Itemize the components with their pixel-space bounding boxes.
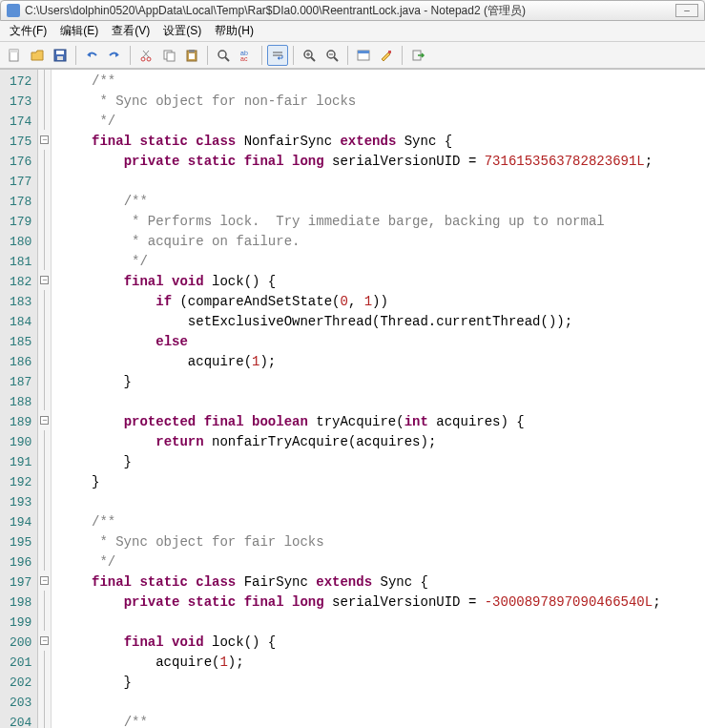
fold-guide <box>38 190 51 210</box>
minimize-button[interactable]: – <box>675 4 698 17</box>
line-number: 173 <box>10 92 31 112</box>
svg-point-5 <box>141 57 145 61</box>
menu-file[interactable]: 文件(F) <box>4 21 52 41</box>
code-line[interactable]: /** <box>59 192 705 212</box>
fold-toggle[interactable]: − <box>38 130 51 150</box>
code-line[interactable]: final static class FairSync extends Sync… <box>59 572 705 593</box>
fold-toggle[interactable]: − <box>38 270 51 290</box>
code-line[interactable]: else <box>59 332 705 352</box>
menu-view[interactable]: 查看(V) <box>106 21 156 41</box>
line-number: 186 <box>10 352 31 372</box>
exit-button[interactable] <box>407 45 428 66</box>
paste-button[interactable] <box>181 45 202 66</box>
fold-guide <box>38 611 51 631</box>
code-line[interactable] <box>59 172 705 192</box>
svg-line-23 <box>334 57 338 61</box>
line-number: 200 <box>10 633 31 653</box>
code-line[interactable]: */ <box>59 552 705 572</box>
zoom-in-button[interactable] <box>299 45 320 66</box>
scheme-button[interactable] <box>353 45 374 66</box>
code-line[interactable] <box>59 613 705 633</box>
fold-guide <box>38 470 51 490</box>
fold-guide <box>38 390 51 410</box>
svg-rect-27 <box>388 51 391 53</box>
line-number: 204 <box>10 713 31 728</box>
svg-rect-10 <box>189 50 195 52</box>
line-number: 172 <box>10 72 31 92</box>
fold-guide <box>38 290 51 310</box>
code-line[interactable]: protected final boolean tryAcquire(int a… <box>59 412 705 432</box>
zoom-out-button[interactable] <box>321 45 342 66</box>
svg-rect-4 <box>57 56 63 60</box>
line-number: 175 <box>10 132 31 152</box>
fold-guide <box>38 430 51 450</box>
menu-settings[interactable]: 设置(S) <box>157 21 207 41</box>
code-line[interactable]: if (compareAndSetState(0, 1)) <box>59 292 705 312</box>
redo-button[interactable] <box>104 45 125 66</box>
fold-gutter[interactable]: −−−−− <box>38 70 52 728</box>
line-number: 191 <box>10 452 31 472</box>
code-line[interactable]: final static class NonfairSync extends S… <box>59 132 705 152</box>
code-line[interactable] <box>59 693 705 713</box>
code-line[interactable]: /** <box>59 512 705 532</box>
find-button[interactable] <box>213 45 234 66</box>
fold-guide <box>38 90 51 110</box>
fold-toggle[interactable]: − <box>38 410 51 430</box>
code-line[interactable]: return nonfairTryAcquire(acquires); <box>59 432 705 452</box>
line-number: 177 <box>10 172 31 192</box>
save-button[interactable] <box>50 45 71 66</box>
code-line[interactable]: } <box>59 673 705 693</box>
code-line[interactable]: * Sync object for non-fair locks <box>59 92 705 112</box>
code-line[interactable]: */ <box>59 252 705 272</box>
code-line[interactable]: final void lock() { <box>59 272 705 292</box>
menu-bar: 文件(F) 编辑(E) 查看(V) 设置(S) 帮助(H) <box>0 21 705 42</box>
code-line[interactable]: setExclusiveOwnerThread(Thread.currentTh… <box>59 312 705 332</box>
code-line[interactable]: private static final long serialVersionU… <box>59 593 705 613</box>
fold-guide <box>38 490 51 510</box>
line-number: 185 <box>10 332 31 352</box>
code-line[interactable]: final void lock() { <box>59 633 705 653</box>
copy-button[interactable] <box>158 45 179 66</box>
line-number: 181 <box>10 252 31 272</box>
replace-button[interactable]: abac <box>236 45 257 66</box>
code-line[interactable]: } <box>59 452 705 472</box>
code-line[interactable]: } <box>59 472 705 492</box>
svg-point-6 <box>147 57 151 61</box>
fold-guide <box>38 230 51 250</box>
code-line[interactable]: /** <box>59 72 705 92</box>
line-number: 179 <box>10 212 31 232</box>
app-icon <box>7 4 20 17</box>
code-line[interactable]: /** <box>59 713 705 728</box>
svg-rect-1 <box>10 50 18 52</box>
new-file-button[interactable] <box>4 45 25 66</box>
menu-help[interactable]: 帮助(H) <box>209 21 259 41</box>
fold-guide <box>38 110 51 130</box>
line-number: 199 <box>10 613 31 633</box>
code-line[interactable] <box>59 392 705 412</box>
open-file-button[interactable] <box>27 45 48 66</box>
code-line[interactable] <box>59 492 705 512</box>
code-line[interactable]: private static final long serialVersionU… <box>59 152 705 172</box>
code-line[interactable]: * Sync object for fair locks <box>59 532 705 552</box>
fold-toggle[interactable]: − <box>38 631 51 651</box>
code-line[interactable]: */ <box>59 112 705 132</box>
code-line[interactable]: * Performs lock. Try immediate barge, ba… <box>59 212 705 232</box>
code-line[interactable]: * acquire on failure. <box>59 232 705 252</box>
line-number: 192 <box>10 472 31 492</box>
fold-guide <box>38 250 51 270</box>
word-wrap-button[interactable] <box>267 45 288 66</box>
svg-rect-11 <box>189 53 195 59</box>
menu-edit[interactable]: 编辑(E) <box>54 21 104 41</box>
svg-point-12 <box>218 51 226 58</box>
code-area[interactable]: /** * Sync object for non-fair locks */ … <box>52 70 705 728</box>
code-line[interactable]: acquire(1); <box>59 352 705 372</box>
fold-toggle[interactable]: − <box>38 571 51 591</box>
line-number: 174 <box>10 112 31 132</box>
code-line[interactable]: } <box>59 372 705 392</box>
undo-button[interactable] <box>81 45 102 66</box>
svg-text:ac: ac <box>240 55 248 62</box>
customize-button[interactable] <box>376 45 397 66</box>
code-line[interactable]: acquire(1); <box>59 653 705 673</box>
fold-guide <box>38 170 51 190</box>
cut-button[interactable] <box>135 45 156 66</box>
